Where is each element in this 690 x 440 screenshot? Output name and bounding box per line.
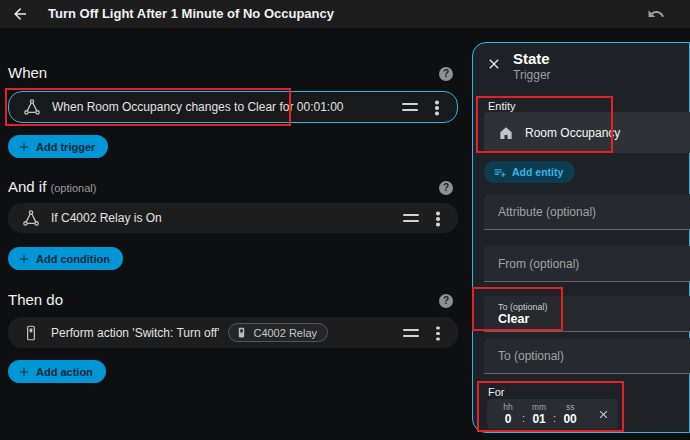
playlist-plus-icon bbox=[493, 166, 506, 179]
add-trigger-label: Add trigger bbox=[36, 141, 95, 153]
state-trigger-panel: State Trigger Entity Room Occupancy Add … bbox=[472, 42, 690, 433]
seconds-value[interactable]: 00 bbox=[563, 412, 576, 426]
switch-device-icon bbox=[22, 324, 40, 342]
overflow-menu-icon[interactable] bbox=[436, 210, 440, 226]
top-bar: Turn Off Light After 1 Minute of No Occu… bbox=[0, 0, 690, 28]
time-separator: : bbox=[553, 412, 556, 424]
add-action-button[interactable]: Add action bbox=[8, 360, 106, 383]
entity-picker[interactable]: Room Occupancy bbox=[484, 112, 690, 153]
and-if-help-icon[interactable] bbox=[439, 181, 453, 195]
to-field-label: To (optional) bbox=[498, 302, 548, 312]
add-trigger-button[interactable]: Add trigger bbox=[8, 135, 108, 158]
for-field-label: For bbox=[488, 386, 505, 398]
clear-icon bbox=[597, 408, 610, 421]
and-if-heading: And if (optional) bbox=[8, 178, 96, 195]
trigger-summary: When Room Occupancy changes to Clear for… bbox=[52, 100, 344, 114]
to-field[interactable]: To (optional) Clear bbox=[484, 296, 690, 332]
action-summary: Perform action 'Switch: Turn off' bbox=[51, 326, 219, 340]
add-entity-button[interactable]: Add entity bbox=[484, 161, 575, 183]
from-field[interactable]: From (optional) bbox=[484, 246, 690, 282]
time-separator: : bbox=[522, 412, 525, 424]
arrow-left-icon bbox=[11, 5, 29, 23]
back-button[interactable] bbox=[11, 5, 29, 23]
then-do-help-icon[interactable] bbox=[439, 294, 453, 308]
entity-chip[interactable]: C4002 Relay bbox=[228, 323, 328, 342]
home-icon bbox=[498, 125, 514, 141]
and-if-optional-note: (optional) bbox=[51, 182, 97, 194]
attribute-field-placeholder: Attribute (optional) bbox=[498, 194, 596, 230]
and-if-heading-text: And if bbox=[8, 178, 46, 195]
hours-input[interactable]: hh 0 bbox=[497, 403, 519, 426]
entity-picker-value: Room Occupancy bbox=[525, 126, 620, 140]
add-condition-button[interactable]: Add condition bbox=[8, 247, 123, 270]
to-field-secondary[interactable]: To (optional) bbox=[484, 338, 690, 374]
entity-field-label: Entity bbox=[488, 100, 516, 112]
plus-icon bbox=[18, 253, 30, 265]
drag-handle-icon[interactable] bbox=[403, 329, 419, 337]
relay-device-icon bbox=[235, 326, 248, 339]
when-help-icon[interactable] bbox=[439, 67, 453, 81]
attribute-field[interactable]: Attribute (optional) bbox=[484, 194, 690, 230]
overflow-menu-icon[interactable] bbox=[435, 99, 439, 115]
undo-icon bbox=[647, 5, 665, 23]
overflow-menu-icon[interactable] bbox=[436, 325, 440, 341]
undo-button[interactable] bbox=[646, 4, 666, 24]
drag-handle-icon[interactable] bbox=[403, 214, 419, 222]
state-trigger-icon bbox=[23, 98, 41, 116]
panel-title: State bbox=[513, 50, 550, 67]
panel-subtitle: Trigger bbox=[513, 68, 551, 82]
then-do-heading: Then do bbox=[8, 291, 63, 308]
hours-label: hh bbox=[503, 403, 512, 412]
when-heading: When bbox=[8, 64, 47, 81]
seconds-label: ss bbox=[566, 403, 575, 412]
minutes-value[interactable]: 01 bbox=[532, 412, 545, 426]
to-field-value: Clear bbox=[498, 312, 529, 326]
automation-editor-window: Turn Off Light After 1 Minute of No Occu… bbox=[0, 0, 690, 440]
plus-icon bbox=[18, 141, 30, 153]
add-action-label: Add action bbox=[36, 366, 93, 378]
page-title: Turn Off Light After 1 Minute of No Occu… bbox=[48, 0, 334, 28]
condition-row[interactable]: If C4002 Relay is On bbox=[8, 203, 458, 233]
for-duration-input: hh 0 : mm 01 : ss 00 bbox=[487, 399, 618, 429]
drag-handle-icon[interactable] bbox=[402, 103, 418, 111]
to-field-secondary-placeholder: To (optional) bbox=[498, 338, 564, 374]
minutes-input[interactable]: mm 01 bbox=[528, 403, 550, 426]
trigger-row[interactable]: When Room Occupancy changes to Clear for… bbox=[8, 91, 458, 123]
minutes-label: mm bbox=[532, 403, 546, 412]
entity-chip-label: C4002 Relay bbox=[253, 327, 317, 339]
clear-duration-button[interactable] bbox=[596, 407, 611, 422]
close-icon bbox=[486, 56, 502, 72]
from-field-placeholder: From (optional) bbox=[498, 246, 579, 282]
hours-value[interactable]: 0 bbox=[505, 412, 512, 426]
condition-summary: If C4002 Relay is On bbox=[51, 211, 162, 225]
seconds-input[interactable]: ss 00 bbox=[559, 403, 581, 426]
action-row[interactable]: Perform action 'Switch: Turn off' C4002 … bbox=[8, 317, 458, 348]
state-condition-icon bbox=[22, 209, 40, 227]
close-button[interactable] bbox=[485, 55, 503, 73]
add-condition-label: Add condition bbox=[36, 253, 110, 265]
plus-icon bbox=[18, 366, 30, 378]
add-entity-label: Add entity bbox=[512, 166, 563, 178]
